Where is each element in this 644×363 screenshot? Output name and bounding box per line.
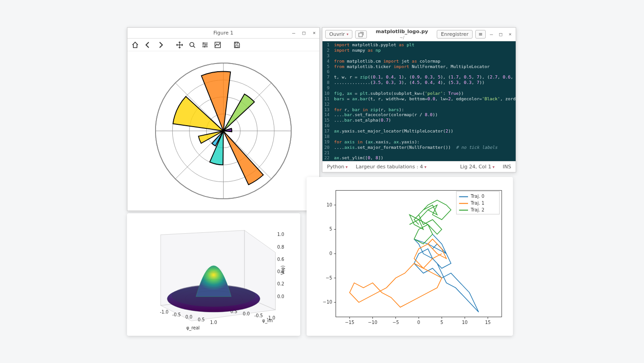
- move-icon[interactable]: [176, 41, 184, 49]
- svg-text:10: 10: [327, 202, 332, 207]
- svg-rect-6: [235, 45, 238, 47]
- maximize-button[interactable]: □: [301, 28, 307, 39]
- trajectories-chart: −15−10−5051015−10−50510Traj. 0Traj. 1Tra…: [311, 182, 508, 331]
- code-editor[interactable]: 1234567891011121314151617181920212223242…: [322, 41, 516, 161]
- svg-text:Traj. 2: Traj. 2: [470, 207, 484, 212]
- surface-3d-chart: 0.00.20.40.60.81.0 V(φ) -1.0-0.50.00.51.…: [130, 216, 298, 333]
- new-tab-button[interactable]: [355, 30, 367, 39]
- svg-point-0: [190, 42, 194, 46]
- save-icon[interactable]: [233, 41, 241, 49]
- svg-text:−10: −10: [323, 299, 332, 304]
- figure-window: Figure 1 – □ ×: [127, 27, 320, 211]
- editor-minimize-button[interactable]: –: [488, 31, 494, 37]
- figure-toolbar: [127, 39, 319, 51]
- forward-icon[interactable]: [156, 41, 165, 49]
- svg-text:0.0: 0.0: [277, 294, 284, 299]
- home-icon[interactable]: [131, 41, 139, 49]
- close-button[interactable]: ×: [311, 28, 317, 39]
- subplots-icon[interactable]: [214, 41, 222, 49]
- svg-text:0.5: 0.5: [198, 317, 205, 322]
- configure-icon[interactable]: [201, 41, 209, 49]
- z-axis-label: V(φ): [280, 265, 285, 275]
- save-button[interactable]: Enregistrer: [437, 30, 473, 39]
- svg-text:Traj. 0: Traj. 0: [470, 194, 484, 199]
- x-axis-label: φ_real: [186, 325, 200, 331]
- svg-text:-0.5: -0.5: [172, 312, 181, 317]
- svg-text:Traj. 1: Traj. 1: [470, 201, 484, 206]
- back-icon[interactable]: [144, 41, 152, 49]
- svg-text:0.0: 0.0: [185, 314, 192, 319]
- polar-chart: [127, 51, 319, 211]
- tabwidth-selector[interactable]: Largeur des tabulations : 4: [356, 164, 427, 170]
- editor-close-button[interactable]: ×: [507, 31, 513, 37]
- editor-statusbar: Python Largeur des tabulations : 4 Lig 2…: [322, 161, 516, 172]
- editor-maximize-button[interactable]: □: [498, 31, 504, 37]
- language-selector[interactable]: Python: [327, 164, 348, 170]
- svg-text:15: 15: [485, 320, 491, 325]
- svg-text:1.0: 1.0: [277, 232, 284, 237]
- menu-button[interactable]: ≡: [475, 30, 486, 39]
- cursor-position[interactable]: Lig 24, Col 1: [460, 164, 495, 170]
- svg-text:0: 0: [417, 320, 420, 325]
- svg-text:−5: −5: [392, 320, 399, 325]
- svg-text:5: 5: [329, 226, 332, 231]
- zoom-icon[interactable]: [188, 41, 196, 49]
- surface-3d-panel: 0.00.20.40.60.81.0 V(φ) -1.0-0.50.00.51.…: [127, 213, 300, 336]
- svg-text:0.8: 0.8: [277, 245, 284, 250]
- insert-mode: INS: [503, 164, 511, 170]
- svg-point-2: [205, 44, 207, 45]
- svg-text:0.6: 0.6: [277, 257, 284, 262]
- svg-text:0.2: 0.2: [277, 281, 284, 286]
- editor-title: matplotlib_logo.py ~/: [370, 29, 434, 40]
- y-axis-label: φ_im: [262, 318, 273, 324]
- editor-titlebar[interactable]: Ouvrir▾ matplotlib_logo.py ~/ Enregistre…: [322, 28, 516, 41]
- svg-rect-45: [359, 33, 362, 37]
- svg-point-3: [204, 46, 205, 47]
- open-button[interactable]: Ouvrir▾: [325, 30, 352, 39]
- svg-text:10: 10: [462, 320, 468, 325]
- svg-point-1: [203, 42, 205, 44]
- trajectories-panel: −15−10−5051015−10−50510Traj. 0Traj. 1Tra…: [307, 177, 513, 336]
- svg-text:-0.5: -0.5: [254, 313, 263, 318]
- svg-text:−15: −15: [345, 320, 354, 325]
- svg-text:0.0: 0.0: [243, 311, 249, 316]
- svg-text:−10: −10: [368, 320, 377, 325]
- svg-text:1.0: 1.0: [210, 320, 217, 325]
- figure-title: Figure 1: [213, 30, 233, 36]
- svg-text:5: 5: [440, 320, 443, 325]
- minimize-button[interactable]: –: [290, 28, 297, 39]
- svg-text:-1.0: -1.0: [160, 309, 168, 314]
- figure-titlebar[interactable]: Figure 1 – □ ×: [127, 28, 319, 39]
- svg-text:−5: −5: [326, 275, 332, 280]
- editor-window: Ouvrir▾ matplotlib_logo.py ~/ Enregistre…: [322, 27, 516, 172]
- svg-text:0: 0: [329, 251, 332, 256]
